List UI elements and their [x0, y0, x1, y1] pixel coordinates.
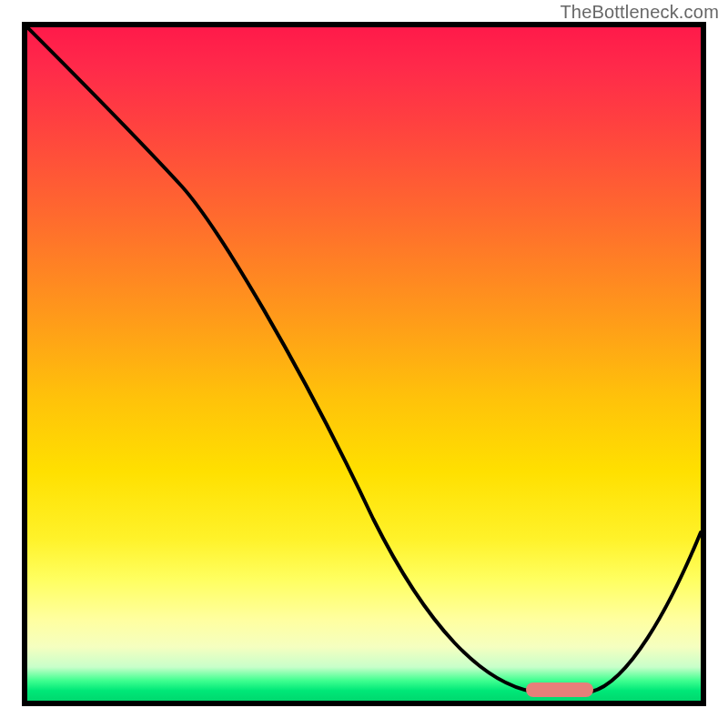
watermark-text: TheBottleneck.com [560, 2, 719, 23]
chart-frame [22, 22, 706, 706]
bottleneck-curve [27, 27, 701, 701]
curve-path [27, 27, 701, 692]
optimal-zone-marker [526, 682, 593, 697]
